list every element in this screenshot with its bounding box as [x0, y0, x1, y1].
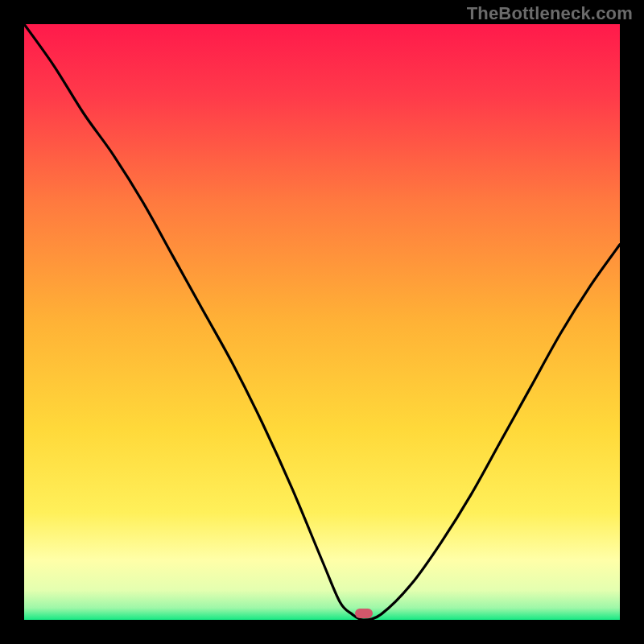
watermark-text: TheBottleneck.com — [467, 3, 633, 24]
bottleneck-curve — [24, 24, 620, 620]
plot-area — [24, 24, 620, 620]
optimal-marker — [355, 609, 373, 618]
chart-frame: TheBottleneck.com — [0, 0, 644, 644]
